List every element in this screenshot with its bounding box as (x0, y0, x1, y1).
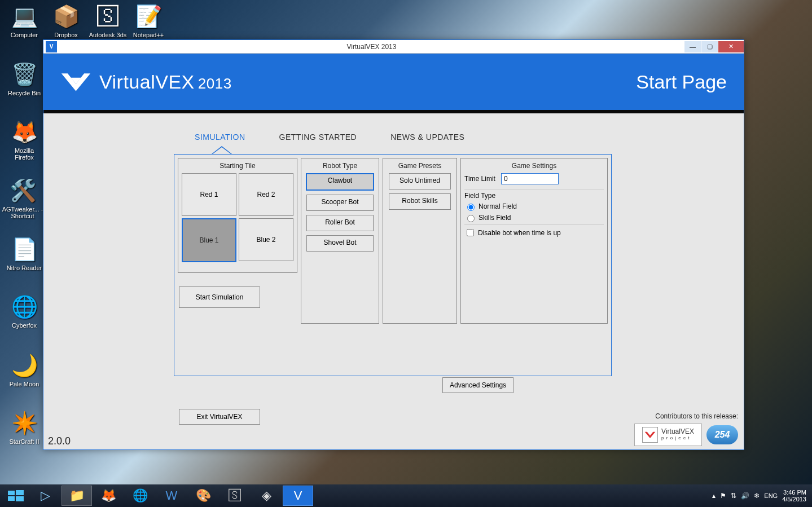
taskbar-word[interactable]: W (156, 486, 187, 506)
tray-flag-icon[interactable]: ⚑ (720, 492, 726, 500)
tabs: SIMULATION GETTING STARTED NEWS & UPDATE… (43, 113, 744, 147)
field-type-label: Field Type (464, 192, 604, 200)
contributor-logo-virtualvex: VirtualVEX p r o j e c t (634, 424, 702, 446)
tray-language[interactable]: ENG (764, 492, 778, 499)
system-tray[interactable]: ▴ ⚑ ⇅ 🔊 ❄ ENG 3:46 PM 4/5/2013 (712, 489, 810, 502)
svg-rect-2 (8, 496, 15, 501)
tray-network-icon[interactable]: ⇅ (731, 492, 736, 500)
exit-virtualvex-button[interactable]: Exit VirtualVEX (179, 409, 260, 425)
taskbar-virtualvex[interactable]: V (283, 486, 313, 506)
svg-rect-0 (8, 491, 15, 495)
app-icon: V (46, 41, 57, 52)
svg-rect-1 (16, 490, 24, 495)
tile-red-1[interactable]: Red 1 (182, 173, 236, 216)
svg-rect-3 (16, 496, 24, 501)
group-game-presets: Game Presets Solo Untimed Robot Skills (383, 158, 457, 324)
desktop-icon-cyberfox[interactable]: 🌐Cyberfox (5, 293, 44, 329)
desktop-icon-starcraft-ii[interactable]: ✴️StarCraft II (5, 409, 44, 445)
contributor-logo-254: 254 (706, 425, 738, 444)
taskbar-autodesk[interactable]: 🅂 (220, 486, 250, 506)
taskbar-explorer[interactable]: 📁 (62, 486, 92, 506)
robot-shovel-bot[interactable]: Shovel Bot (306, 235, 374, 252)
game-presets-title: Game Presets (387, 162, 453, 170)
time-limit-label: Time Limit (464, 175, 495, 183)
minimize-button[interactable]: — (684, 41, 701, 52)
starting-tile-title: Starting Tile (182, 162, 293, 170)
window-title: VirtualVEX 2013 (59, 43, 684, 51)
preset-solo-untimed[interactable]: Solo Untimed (389, 173, 451, 189)
desktop-icon-notepadpp[interactable]: 📝Notepad++ (129, 3, 168, 38)
tab-simulation[interactable]: SIMULATION (195, 133, 245, 147)
maximize-button[interactable]: ▢ (701, 41, 718, 52)
banner: VirtualVEX2013 Start Page (43, 54, 744, 110)
virtualvex-logo-icon (60, 71, 91, 92)
version-label: 2.0.0 (48, 435, 71, 447)
taskbar-gimp[interactable]: 🎨 (188, 486, 218, 506)
checkbox-disable-bot[interactable]: Disable bot when time is up (464, 227, 604, 238)
body: SIMULATION GETTING STARTED NEWS & UPDATE… (43, 113, 744, 449)
simulation-panel: Starting Tile Red 1 Red 2 Blue 1 Blue 2 … (174, 154, 612, 376)
titlebar[interactable]: V VirtualVEX 2013 — ▢ ✕ (43, 40, 744, 54)
desktop-icon-recycle-bin[interactable]: 🗑️Recycle Bin (5, 61, 44, 96)
app-name: VirtualVEX2013 (99, 71, 232, 93)
radio-skills-field[interactable]: Skills Field (464, 213, 604, 222)
advanced-settings-button[interactable]: Advanced Settings (442, 377, 513, 393)
robot-roller-bot[interactable]: Roller Bot (306, 215, 374, 231)
group-game-settings: Game Settings Time Limit Field Type Norm… (460, 158, 608, 324)
tray-volume-icon[interactable]: 🔊 (741, 492, 749, 500)
desktop-icon-pale-moon[interactable]: 🌙Pale Moon (5, 352, 44, 387)
close-button[interactable]: ✕ (718, 41, 744, 52)
tab-getting-started[interactable]: GETTING STARTED (279, 133, 357, 147)
app-window: V VirtualVEX 2013 — ▢ ✕ VirtualVEX2013 S… (43, 39, 744, 450)
preset-robot-skills[interactable]: Robot Skills (389, 193, 451, 210)
robot-scooper-bot[interactable]: Scooper Bot (306, 195, 374, 211)
tile-blue-1[interactable]: Blue 1 (182, 218, 236, 262)
contributors: Contributors to this release: VirtualVEX… (634, 412, 738, 446)
game-settings-title: Game Settings (464, 162, 604, 170)
desktop-icon-firefox[interactable]: 🦊Mozilla Firefox (5, 118, 44, 161)
tile-blue-2[interactable]: Blue 2 (239, 218, 293, 261)
contributors-label: Contributors to this release: (634, 412, 738, 420)
desktop-icon-autodesk3ds[interactable]: 🅂Autodesk 3ds (88, 3, 128, 38)
robot-type-title: Robot Type (305, 162, 375, 170)
taskbar-unity[interactable]: ◈ (251, 486, 282, 506)
desktop-icon-dropbox[interactable]: 📦Dropbox (46, 3, 86, 38)
taskbar[interactable]: ▷ 📁 🦊 🌐 W 🎨 🅂 ◈ V ▴ ⚑ ⇅ 🔊 ❄ ENG 3:46 PM … (0, 484, 812, 507)
desktop-icon-agtweaker[interactable]: 🛠️AGTweaker... - Shortcut (1, 177, 44, 219)
start-button[interactable] (2, 486, 29, 505)
tray-misc-icon[interactable]: ❄ (754, 492, 760, 500)
taskbar-firefox[interactable]: 🦊 (93, 486, 124, 506)
desktop-icon-nitro-reader[interactable]: 📄Nitro Reader (5, 236, 44, 271)
tile-red-2[interactable]: Red 2 (239, 173, 293, 216)
robot-clawbot[interactable]: Clawbot (306, 173, 374, 191)
time-limit-input[interactable] (501, 173, 559, 184)
tray-clock[interactable]: 3:46 PM 4/5/2013 (782, 489, 806, 502)
radio-normal-field[interactable]: Normal Field (464, 202, 604, 211)
start-simulation-button[interactable]: Start Simulation (179, 286, 260, 308)
taskbar-powershell[interactable]: ▷ (30, 486, 60, 506)
group-starting-tile: Starting Tile Red 1 Red 2 Blue 1 Blue 2 (178, 158, 297, 273)
taskbar-palemoon[interactable]: 🌐 (125, 486, 155, 506)
group-robot-type: Robot Type Clawbot Scooper Bot Roller Bo… (301, 158, 379, 324)
tray-show-hidden-icon[interactable]: ▴ (712, 492, 716, 500)
desktop-icon-computer[interactable]: 💻Computer (5, 3, 44, 38)
tab-news-updates[interactable]: NEWS & UPDATES (390, 133, 464, 147)
page-title: Start Page (636, 71, 727, 93)
